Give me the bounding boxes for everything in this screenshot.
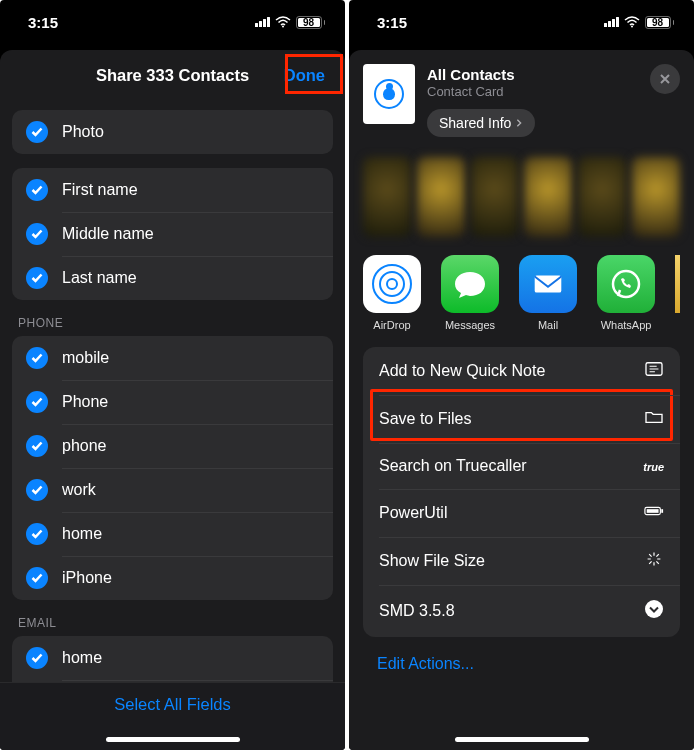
action-label: Search on Truecaller <box>379 457 527 475</box>
left-phone: 3:15 98 Share 333 Contacts Done PhotoFir… <box>0 0 345 750</box>
app-partial[interactable] <box>675 255 680 331</box>
app-whatsapp[interactable]: WhatsApp <box>597 255 655 331</box>
app-messages[interactable]: Messages <box>441 255 499 331</box>
contact-thumbnail <box>363 64 415 124</box>
field-label: iPhone <box>62 569 112 587</box>
field-label: work <box>62 481 96 499</box>
home-indicator[interactable] <box>106 737 240 742</box>
action-label: Add to New Quick Note <box>379 362 545 380</box>
field-label: home <box>62 649 102 667</box>
chevron-right-icon <box>515 118 523 128</box>
section-label: EMAIL <box>12 600 333 636</box>
action-label: SMD 3.5.8 <box>379 602 455 620</box>
share-fields-sheet: Share 333 Contacts Done PhotoFirst nameM… <box>0 50 345 750</box>
checkmark-icon <box>26 347 48 369</box>
action-row-folder[interactable]: Save to Files <box>363 395 680 443</box>
action-row-quicknote[interactable]: Add to New Quick Note <box>363 347 680 395</box>
share-header: All Contacts Contact Card Shared Info <box>349 50 694 147</box>
mail-icon <box>519 255 577 313</box>
field-label: Middle name <box>62 225 154 243</box>
select-all-button[interactable]: Select All Fields <box>114 695 230 714</box>
checkmark-icon <box>26 267 48 289</box>
checkmark-icon <box>26 647 48 669</box>
suggested-contacts-row[interactable] <box>349 147 694 247</box>
share-meta: All Contacts Contact Card Shared Info <box>427 64 680 137</box>
sheet-title: Share 333 Contacts <box>96 66 249 85</box>
battery-icon: 98 <box>645 16 675 29</box>
checkmark-icon <box>26 479 48 501</box>
field-row[interactable]: home <box>12 636 333 680</box>
checkmark-icon <box>26 435 48 457</box>
whatsapp-icon <box>597 255 655 313</box>
field-row[interactable]: work <box>12 468 333 512</box>
svg-rect-6 <box>647 509 659 513</box>
done-button[interactable]: Done <box>276 62 333 89</box>
svg-point-16 <box>645 600 663 618</box>
svg-point-1 <box>631 25 633 27</box>
svg-line-13 <box>656 561 658 563</box>
app-airdrop[interactable]: AirDrop <box>363 255 421 331</box>
svg-rect-2 <box>535 275 562 292</box>
wifi-icon <box>275 14 291 31</box>
apps-row[interactable]: AirDrop Messages Mail WhatsApp <box>349 247 694 347</box>
fields-scroll[interactable]: PhotoFirst nameMiddle nameLast namePHONE… <box>0 100 345 682</box>
app-label: Messages <box>445 319 495 331</box>
svg-line-12 <box>649 554 651 556</box>
edit-actions-button[interactable]: Edit Actions... <box>349 637 694 691</box>
svg-line-15 <box>649 561 651 563</box>
field-label: Photo <box>62 123 104 141</box>
field-row[interactable]: iPhone <box>12 556 333 600</box>
actions-list: Add to New Quick NoteSave to FilesSearch… <box>363 347 680 637</box>
shared-info-chip[interactable]: Shared Info <box>427 109 535 137</box>
status-bar: 3:15 98 <box>0 0 345 44</box>
field-row[interactable]: home <box>12 512 333 556</box>
action-row-sparkle[interactable]: Show File Size <box>363 537 680 585</box>
field-row[interactable]: iCloud <box>12 680 333 682</box>
field-row[interactable]: Phone <box>12 380 333 424</box>
field-group: Photo <box>12 110 333 154</box>
airdrop-icon <box>363 255 421 313</box>
field-row[interactable]: Last name <box>12 256 333 300</box>
home-indicator[interactable] <box>455 737 589 742</box>
action-label: Save to Files <box>379 410 471 428</box>
field-label: home <box>62 525 102 543</box>
action-row-true[interactable]: Search on Truecallertrue <box>363 443 680 489</box>
quicknote-icon <box>644 361 664 381</box>
status-right: 98 <box>255 14 326 31</box>
app-mail[interactable]: Mail <box>519 255 577 331</box>
action-row-battery[interactable]: PowerUtil <box>363 489 680 537</box>
checkmark-icon <box>26 523 48 545</box>
field-label: Last name <box>62 269 137 287</box>
section-label: PHONE <box>12 300 333 336</box>
status-time: 3:15 <box>377 14 407 31</box>
status-bar: 3:15 98 <box>349 0 694 44</box>
field-row[interactable]: phone <box>12 424 333 468</box>
checkmark-icon <box>26 567 48 589</box>
close-button[interactable] <box>650 64 680 94</box>
checkmark-icon <box>26 179 48 201</box>
app-label: AirDrop <box>373 319 410 331</box>
chip-label: Shared Info <box>439 115 511 131</box>
field-row[interactable]: mobile <box>12 336 333 380</box>
field-row[interactable]: First name <box>12 168 333 212</box>
app-label: WhatsApp <box>601 319 652 331</box>
svg-point-0 <box>282 25 284 27</box>
sparkle-icon <box>644 551 664 571</box>
svg-line-14 <box>656 554 658 556</box>
action-label: Show File Size <box>379 552 485 570</box>
action-row-chevdown[interactable]: SMD 3.5.8 <box>363 585 680 637</box>
checkmark-icon <box>26 391 48 413</box>
field-row[interactable]: Photo <box>12 110 333 154</box>
field-label: First name <box>62 181 138 199</box>
field-label: mobile <box>62 349 109 367</box>
field-row[interactable]: Middle name <box>12 212 333 256</box>
folder-icon <box>644 409 664 429</box>
field-label: phone <box>62 437 107 455</box>
close-icon <box>659 73 671 85</box>
signal-icon <box>255 17 270 27</box>
messages-icon <box>441 255 499 313</box>
status-right: 98 <box>604 14 675 31</box>
battery-icon <box>644 503 664 523</box>
checkmark-icon <box>26 223 48 245</box>
wifi-icon <box>624 14 640 31</box>
